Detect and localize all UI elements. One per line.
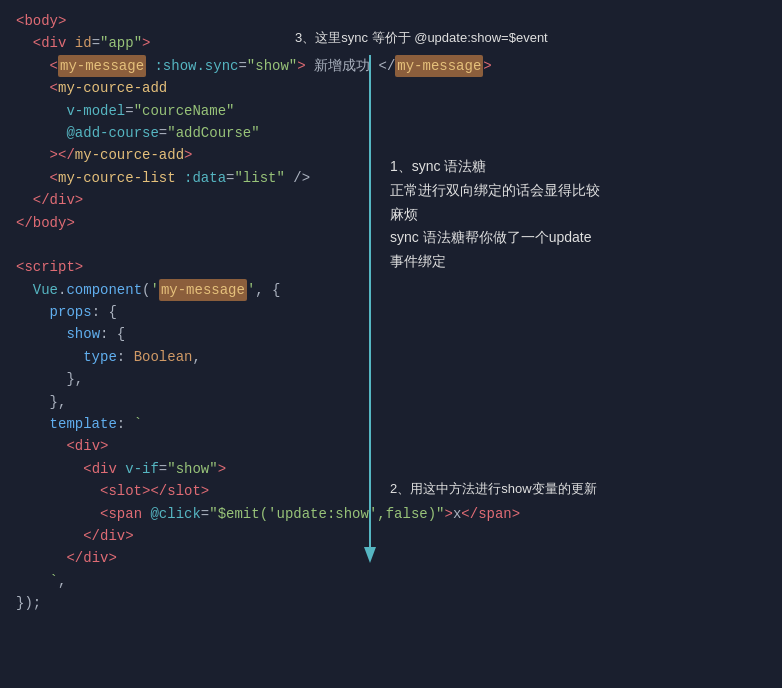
code-line: </div>	[0, 525, 782, 547]
code-line: <div>	[0, 435, 782, 457]
code-line: show : {	[0, 323, 782, 345]
code-line: type : Boolean ,	[0, 346, 782, 368]
code-line: <script>	[0, 256, 782, 278]
code-line: </body>	[0, 212, 782, 234]
code-line: < my-cource-add	[0, 77, 782, 99]
boolean-keyword: Boolean	[134, 346, 193, 368]
my-message-tag: my-message	[58, 55, 146, 77]
code-line	[0, 234, 782, 256]
code-line: <body>	[0, 10, 782, 32]
code-line: },	[0, 368, 782, 390]
code-line: <slot></slot>	[0, 480, 782, 502]
code-line: <div id = "app" >	[0, 32, 782, 54]
code-line: < span @click = "$emit('update:show',fal…	[0, 503, 782, 525]
code-line: < div v-if = "show" >	[0, 458, 782, 480]
code-line: template : `	[0, 413, 782, 435]
code-line: props : {	[0, 301, 782, 323]
code-line: @add-course = "addCourse"	[0, 122, 782, 144]
code-line: </div>	[0, 189, 782, 211]
my-message-close-tag: my-message	[395, 55, 483, 77]
code-line: < my-message :show.sync = "show" > 新增成功 …	[0, 55, 782, 77]
code-line: },	[0, 391, 782, 413]
code-line: });	[0, 592, 782, 614]
code-line: v-model = "courceName"	[0, 100, 782, 122]
code-line: Vue . component ( ' my-message ' , {	[0, 279, 782, 301]
code-line: ></ my-cource-add >	[0, 144, 782, 166]
tag-body-open: <body>	[16, 10, 66, 32]
code-line: < my-cource-list :data = "list" />	[0, 167, 782, 189]
code-line: ` ,	[0, 570, 782, 592]
code-editor: <body> <div id = "app" > < my-message :s…	[0, 0, 782, 625]
code-line: </div>	[0, 547, 782, 569]
